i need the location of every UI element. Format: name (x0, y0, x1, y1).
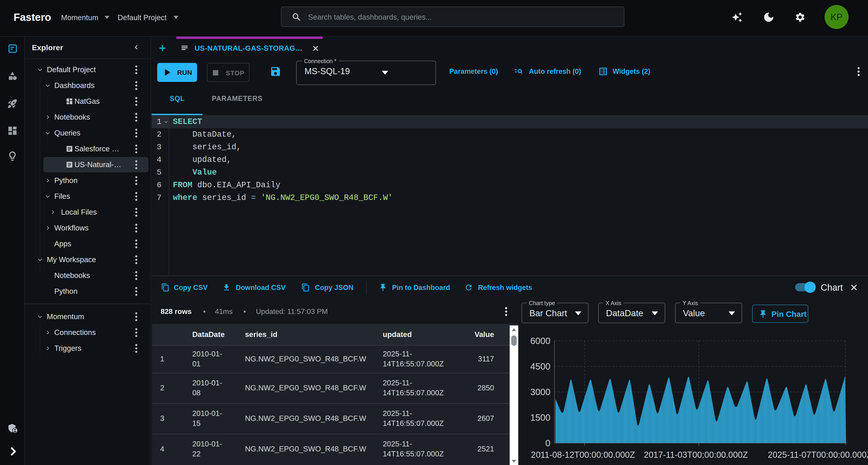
svg-text:2011-08-12T00:00:00.000Z: 2011-08-12T00:00:00.000Z (531, 450, 635, 460)
svg-text:2025-11-07T00:00:00.000Z: 2025-11-07T00:00:00.000Z (768, 450, 868, 460)
svg-text:4500: 4500 (530, 362, 550, 371)
svg-text:0: 0 (546, 438, 550, 448)
svg-text:1500: 1500 (530, 412, 550, 423)
svg-text:3000: 3000 (530, 387, 550, 397)
svg-text:6000: 6000 (530, 336, 550, 346)
svg-text:2017-11-03T00:00:00.000Z: 2017-11-03T00:00:00.000Z (644, 450, 748, 460)
